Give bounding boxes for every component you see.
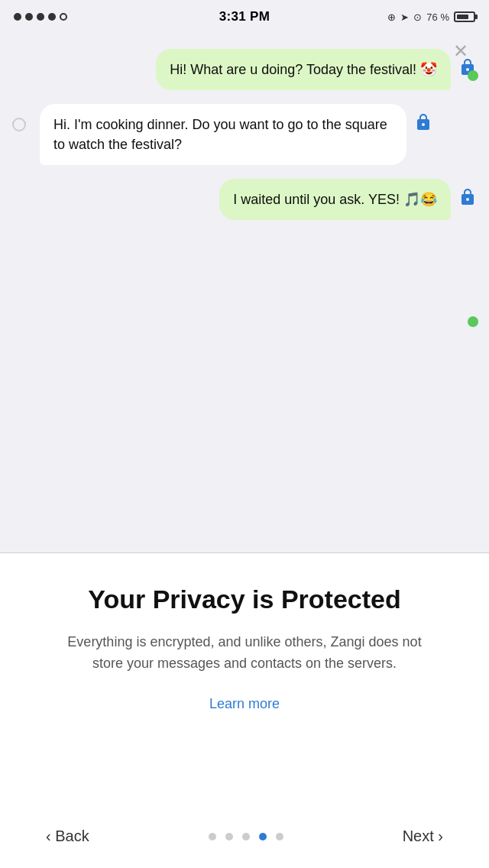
page-dot-4 [259,833,267,840]
status-bar: 3:31 PM ⊕ ➤ ⊙ 76 % [0,0,489,34]
online-indicator-2 [468,316,478,327]
alarm-icon: ⊙ [413,11,422,23]
info-description: Everything is encrypted, and unlike othe… [53,632,436,675]
message-bubble-1: Hi! What are u doing? Today the festival… [156,49,451,90]
online-indicator-1 [468,70,478,81]
message-bubble-2: Hi. I'm cooking dinner. Do you want to g… [40,104,406,165]
status-time: 3:31 PM [219,9,270,24]
bottom-navigation: ‹ Back Next › [23,820,466,853]
signal-indicators [14,13,67,21]
close-icon: ✕ [453,42,468,60]
signal-dot-5 [60,13,67,21]
pagination-dots [209,833,283,840]
battery-percent: 76 % [426,11,449,23]
received-avatar [12,118,26,131]
info-section: Your Privacy is Protected Everything is … [0,553,489,868]
message-text-2: Hi. I'm cooking dinner. Do you want to g… [53,117,387,152]
message-row-1: Hi! What are u doing? Today the festival… [12,49,477,90]
message-text-3: I waited until you ask. YES! 🎵😂 [233,192,437,207]
message-row-2: Hi. I'm cooking dinner. Do you want to g… [12,104,477,165]
page-dot-5 [276,833,283,840]
location-icon: ➤ [400,11,409,23]
page-dot-2 [225,833,233,840]
status-right-icons: ⊕ ➤ ⊙ 76 % [387,11,475,23]
lock-icon-3 [458,188,477,206]
close-button[interactable]: ✕ [449,40,472,63]
next-button[interactable]: Next › [395,820,451,853]
page-dot-3 [242,833,250,840]
message-text-1: Hi! What are u doing? Today the festival… [170,62,437,77]
signal-dot-4 [48,13,56,21]
back-button[interactable]: ‹ Back [38,820,97,853]
signal-dot-2 [25,13,33,21]
lock-icon-2 [414,113,432,131]
signal-dot-3 [37,13,44,21]
chat-area: Hi! What are u doing? Today the festival… [0,34,489,553]
signal-dot-1 [14,13,21,21]
message-row-3: I waited until you ask. YES! 🎵😂 [12,179,477,220]
learn-more-link[interactable]: Learn more [209,696,280,712]
message-bubble-3: I waited until you ask. YES! 🎵😂 [219,179,451,220]
info-title: Your Privacy is Protected [88,584,400,615]
page-dot-1 [209,833,216,840]
battery-icon [454,11,475,22]
lock-indicator: ⊕ [387,11,396,23]
